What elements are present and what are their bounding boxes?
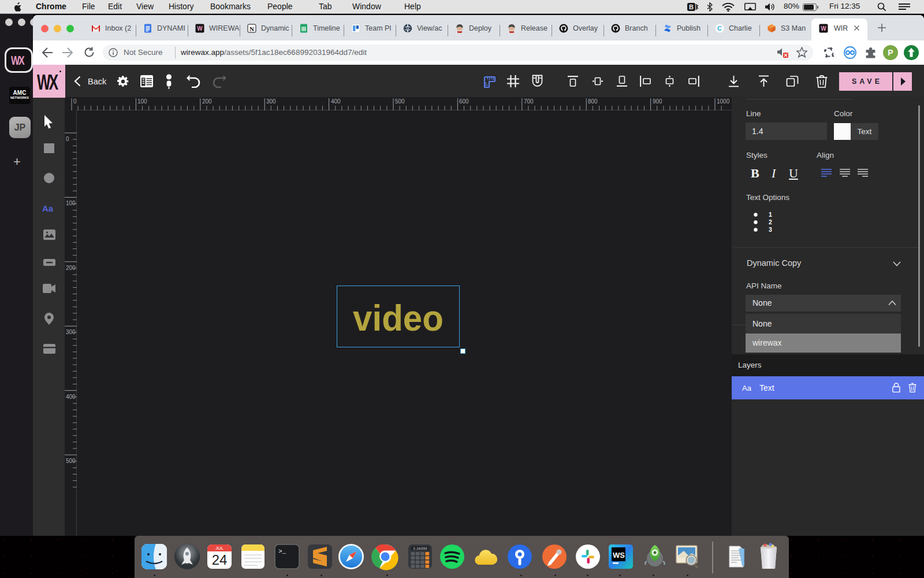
svg-text:B: B <box>689 3 694 10</box>
svg-text:600: 600 <box>459 98 469 105</box>
svg-text:100: 100 <box>66 200 76 206</box>
svg-text:WS: WS <box>613 551 625 560</box>
svg-text:0: 0 <box>66 136 69 142</box>
svg-text:300: 300 <box>66 329 76 335</box>
svg-text:900: 900 <box>653 98 662 105</box>
svg-text:200: 200 <box>202 98 212 105</box>
svg-text:N: N <box>249 25 254 32</box>
svg-text:400: 400 <box>331 98 341 105</box>
svg-text:100: 100 <box>137 98 147 105</box>
svg-text:W: W <box>821 25 826 32</box>
svg-text:300: 300 <box>266 98 276 105</box>
svg-text:400: 400 <box>66 394 76 400</box>
svg-text:C: C <box>717 25 722 32</box>
svg-text:500: 500 <box>395 98 405 105</box>
svg-text:0: 0 <box>73 98 77 105</box>
svg-text:3.141593: 3.141593 <box>413 547 427 551</box>
svg-text:W: W <box>197 25 203 32</box>
svg-text:>_: >_ <box>278 548 286 555</box>
svg-text:200: 200 <box>66 265 76 271</box>
svg-text:500: 500 <box>66 458 76 464</box>
svg-text:JUL: JUL <box>215 546 224 551</box>
svg-text:24: 24 <box>212 552 228 568</box>
svg-text:1000: 1000 <box>717 98 730 105</box>
svg-text:700: 700 <box>524 98 534 105</box>
svg-text:800: 800 <box>588 98 598 105</box>
